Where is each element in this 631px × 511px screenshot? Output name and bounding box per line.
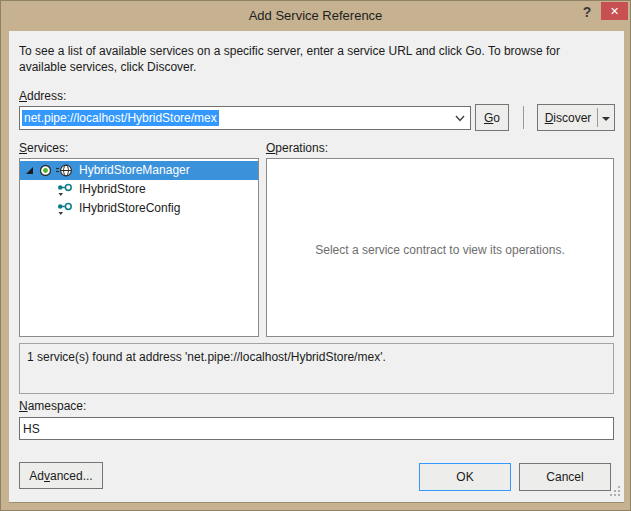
tree-expanded-icon[interactable] (26, 167, 33, 174)
resize-grip[interactable] (610, 486, 622, 498)
address-combobox[interactable]: net.pipe://localhost/HybridStore/mex (19, 106, 471, 130)
discover-split-divider (597, 108, 598, 127)
tree-row-contract[interactable]: IHybridStore (20, 180, 258, 199)
dialog-body: To see a list of available services on a… (9, 31, 624, 503)
tree-row-service[interactable]: HybridStoreManager (20, 161, 258, 180)
address-label: Address: (19, 89, 66, 103)
help-button[interactable]: ? (578, 3, 596, 21)
service-contract-icon (57, 183, 73, 197)
advanced-button[interactable]: Advanced... (19, 462, 103, 489)
web-service-globe-icon (56, 164, 73, 177)
operations-panel[interactable]: Select a service contract to view its op… (266, 158, 614, 337)
ok-button[interactable]: OK (419, 463, 511, 491)
tree-item-label: IHybridStoreConfig (77, 199, 180, 218)
cancel-button[interactable]: Cancel (519, 463, 611, 491)
discover-dropdown-icon[interactable] (602, 117, 610, 121)
add-service-reference-dialog: Add Service Reference ? ✕ To see a list … (0, 0, 631, 511)
operations-empty-text: Select a service contract to view its op… (267, 243, 613, 257)
status-box: 1 service(s) found at address 'net.pipe:… (19, 343, 614, 394)
help-icon: ? (583, 4, 592, 20)
tree-item-label: HybridStoreManager (77, 161, 190, 180)
go-button[interactable]: Go (475, 104, 509, 131)
status-text: 1 service(s) found at address 'net.pipe:… (27, 350, 386, 364)
instruction-text: To see a list of available services on a… (19, 43, 607, 75)
tree-item-label: IHybridStore (77, 180, 146, 199)
address-value: net.pipe://localhost/HybridStore/mex (22, 110, 219, 126)
close-button[interactable]: ✕ (601, 2, 628, 20)
services-label: Services: (19, 141, 68, 155)
dialog-title: Add Service Reference (249, 8, 383, 23)
services-tree[interactable]: HybridStoreManager IHybridStore IHybridS… (19, 158, 259, 337)
operations-label: Operations: (266, 141, 328, 155)
service-endpoint-icon (39, 164, 52, 177)
chevron-down-icon[interactable] (455, 115, 465, 122)
close-icon: ✕ (610, 5, 619, 17)
namespace-label: Namespace: (19, 399, 86, 413)
service-contract-icon (57, 202, 73, 216)
tree-row-contract[interactable]: IHybridStoreConfig (20, 199, 258, 218)
namespace-input[interactable] (19, 417, 614, 440)
toolbar-separator (523, 106, 524, 129)
discover-button[interactable]: Discover (537, 104, 615, 131)
title-bar[interactable]: Add Service Reference (1, 1, 630, 31)
